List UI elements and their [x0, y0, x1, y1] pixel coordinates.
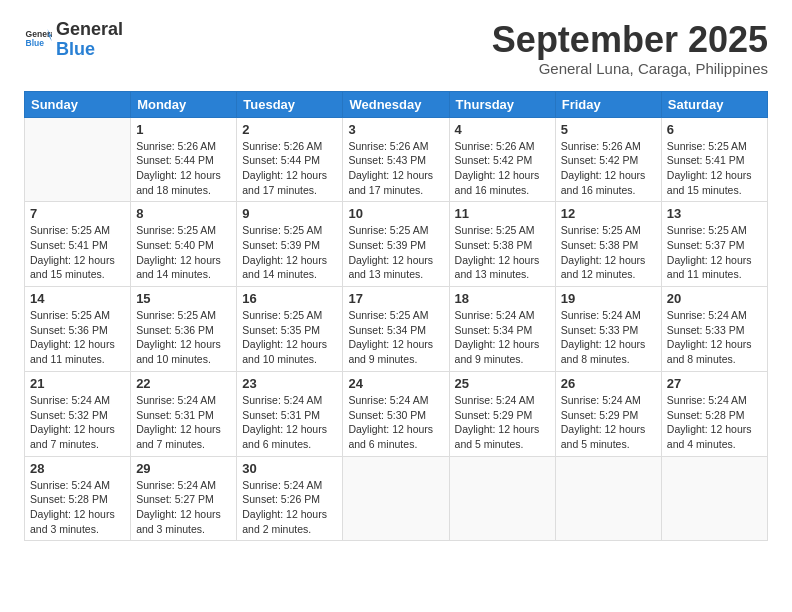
calendar-cell: 21Sunrise: 5:24 AM Sunset: 5:32 PM Dayli…	[25, 371, 131, 456]
calendar-cell: 10Sunrise: 5:25 AM Sunset: 5:39 PM Dayli…	[343, 202, 449, 287]
calendar-cell: 22Sunrise: 5:24 AM Sunset: 5:31 PM Dayli…	[131, 371, 237, 456]
day-number: 3	[348, 122, 443, 137]
day-info: Sunrise: 5:25 AM Sunset: 5:38 PM Dayligh…	[455, 223, 550, 282]
calendar-cell: 6Sunrise: 5:25 AM Sunset: 5:41 PM Daylig…	[661, 117, 767, 202]
day-info: Sunrise: 5:25 AM Sunset: 5:36 PM Dayligh…	[136, 308, 231, 367]
day-info: Sunrise: 5:24 AM Sunset: 5:30 PM Dayligh…	[348, 393, 443, 452]
calendar-table: SundayMondayTuesdayWednesdayThursdayFrid…	[24, 91, 768, 542]
day-info: Sunrise: 5:24 AM Sunset: 5:31 PM Dayligh…	[136, 393, 231, 452]
calendar-week-row: 14Sunrise: 5:25 AM Sunset: 5:36 PM Dayli…	[25, 287, 768, 372]
calendar-cell: 7Sunrise: 5:25 AM Sunset: 5:41 PM Daylig…	[25, 202, 131, 287]
calendar-cell: 8Sunrise: 5:25 AM Sunset: 5:40 PM Daylig…	[131, 202, 237, 287]
day-number: 12	[561, 206, 656, 221]
calendar-cell: 11Sunrise: 5:25 AM Sunset: 5:38 PM Dayli…	[449, 202, 555, 287]
day-number: 23	[242, 376, 337, 391]
day-info: Sunrise: 5:25 AM Sunset: 5:41 PM Dayligh…	[667, 139, 762, 198]
calendar-cell: 19Sunrise: 5:24 AM Sunset: 5:33 PM Dayli…	[555, 287, 661, 372]
day-number: 8	[136, 206, 231, 221]
calendar-cell: 27Sunrise: 5:24 AM Sunset: 5:28 PM Dayli…	[661, 371, 767, 456]
calendar-cell: 2Sunrise: 5:26 AM Sunset: 5:44 PM Daylig…	[237, 117, 343, 202]
calendar-cell: 4Sunrise: 5:26 AM Sunset: 5:42 PM Daylig…	[449, 117, 555, 202]
calendar-day-header: Monday	[131, 91, 237, 117]
day-info: Sunrise: 5:24 AM Sunset: 5:29 PM Dayligh…	[455, 393, 550, 452]
day-number: 9	[242, 206, 337, 221]
calendar-week-row: 28Sunrise: 5:24 AM Sunset: 5:28 PM Dayli…	[25, 456, 768, 541]
calendar-cell: 24Sunrise: 5:24 AM Sunset: 5:30 PM Dayli…	[343, 371, 449, 456]
calendar-week-row: 7Sunrise: 5:25 AM Sunset: 5:41 PM Daylig…	[25, 202, 768, 287]
day-info: Sunrise: 5:24 AM Sunset: 5:33 PM Dayligh…	[667, 308, 762, 367]
day-number: 18	[455, 291, 550, 306]
calendar-day-header: Tuesday	[237, 91, 343, 117]
day-info: Sunrise: 5:25 AM Sunset: 5:39 PM Dayligh…	[242, 223, 337, 282]
logo-blue-text: Blue	[56, 39, 95, 59]
day-number: 27	[667, 376, 762, 391]
calendar-day-header: Wednesday	[343, 91, 449, 117]
day-number: 14	[30, 291, 125, 306]
calendar-cell: 1Sunrise: 5:26 AM Sunset: 5:44 PM Daylig…	[131, 117, 237, 202]
day-info: Sunrise: 5:24 AM Sunset: 5:33 PM Dayligh…	[561, 308, 656, 367]
day-number: 5	[561, 122, 656, 137]
calendar-cell: 25Sunrise: 5:24 AM Sunset: 5:29 PM Dayli…	[449, 371, 555, 456]
day-info: Sunrise: 5:26 AM Sunset: 5:44 PM Dayligh…	[242, 139, 337, 198]
calendar-cell: 18Sunrise: 5:24 AM Sunset: 5:34 PM Dayli…	[449, 287, 555, 372]
day-info: Sunrise: 5:25 AM Sunset: 5:36 PM Dayligh…	[30, 308, 125, 367]
day-info: Sunrise: 5:25 AM Sunset: 5:38 PM Dayligh…	[561, 223, 656, 282]
calendar-day-header: Saturday	[661, 91, 767, 117]
calendar-cell: 13Sunrise: 5:25 AM Sunset: 5:37 PM Dayli…	[661, 202, 767, 287]
calendar-cell: 26Sunrise: 5:24 AM Sunset: 5:29 PM Dayli…	[555, 371, 661, 456]
day-info: Sunrise: 5:26 AM Sunset: 5:43 PM Dayligh…	[348, 139, 443, 198]
calendar-day-header: Sunday	[25, 91, 131, 117]
day-number: 24	[348, 376, 443, 391]
month-title: September 2025	[492, 20, 768, 60]
calendar-cell	[343, 456, 449, 541]
calendar-cell: 17Sunrise: 5:25 AM Sunset: 5:34 PM Dayli…	[343, 287, 449, 372]
day-number: 1	[136, 122, 231, 137]
calendar-week-row: 21Sunrise: 5:24 AM Sunset: 5:32 PM Dayli…	[25, 371, 768, 456]
day-number: 15	[136, 291, 231, 306]
calendar-cell: 16Sunrise: 5:25 AM Sunset: 5:35 PM Dayli…	[237, 287, 343, 372]
calendar-cell	[661, 456, 767, 541]
day-info: Sunrise: 5:24 AM Sunset: 5:28 PM Dayligh…	[667, 393, 762, 452]
calendar-cell	[449, 456, 555, 541]
day-info: Sunrise: 5:25 AM Sunset: 5:34 PM Dayligh…	[348, 308, 443, 367]
logo-icon: General Blue	[24, 26, 52, 54]
day-number: 21	[30, 376, 125, 391]
day-number: 13	[667, 206, 762, 221]
day-number: 17	[348, 291, 443, 306]
day-number: 19	[561, 291, 656, 306]
calendar-cell	[25, 117, 131, 202]
calendar-cell: 14Sunrise: 5:25 AM Sunset: 5:36 PM Dayli…	[25, 287, 131, 372]
calendar-cell: 9Sunrise: 5:25 AM Sunset: 5:39 PM Daylig…	[237, 202, 343, 287]
logo-general-text: General	[56, 19, 123, 39]
day-info: Sunrise: 5:25 AM Sunset: 5:40 PM Dayligh…	[136, 223, 231, 282]
day-info: Sunrise: 5:26 AM Sunset: 5:44 PM Dayligh…	[136, 139, 231, 198]
day-info: Sunrise: 5:24 AM Sunset: 5:26 PM Dayligh…	[242, 478, 337, 537]
calendar-cell: 29Sunrise: 5:24 AM Sunset: 5:27 PM Dayli…	[131, 456, 237, 541]
calendar-cell: 15Sunrise: 5:25 AM Sunset: 5:36 PM Dayli…	[131, 287, 237, 372]
day-number: 11	[455, 206, 550, 221]
day-number: 10	[348, 206, 443, 221]
calendar-day-header: Thursday	[449, 91, 555, 117]
calendar-cell: 23Sunrise: 5:24 AM Sunset: 5:31 PM Dayli…	[237, 371, 343, 456]
day-info: Sunrise: 5:24 AM Sunset: 5:34 PM Dayligh…	[455, 308, 550, 367]
calendar-day-header: Friday	[555, 91, 661, 117]
day-info: Sunrise: 5:24 AM Sunset: 5:31 PM Dayligh…	[242, 393, 337, 452]
day-number: 16	[242, 291, 337, 306]
day-info: Sunrise: 5:25 AM Sunset: 5:41 PM Dayligh…	[30, 223, 125, 282]
location-title: General Luna, Caraga, Philippines	[492, 60, 768, 77]
svg-text:Blue: Blue	[26, 38, 45, 48]
calendar-cell: 30Sunrise: 5:24 AM Sunset: 5:26 PM Dayli…	[237, 456, 343, 541]
day-info: Sunrise: 5:26 AM Sunset: 5:42 PM Dayligh…	[455, 139, 550, 198]
calendar-cell: 28Sunrise: 5:24 AM Sunset: 5:28 PM Dayli…	[25, 456, 131, 541]
day-number: 25	[455, 376, 550, 391]
day-info: Sunrise: 5:25 AM Sunset: 5:37 PM Dayligh…	[667, 223, 762, 282]
day-number: 7	[30, 206, 125, 221]
calendar-cell: 5Sunrise: 5:26 AM Sunset: 5:42 PM Daylig…	[555, 117, 661, 202]
day-number: 22	[136, 376, 231, 391]
day-number: 26	[561, 376, 656, 391]
calendar-cell: 20Sunrise: 5:24 AM Sunset: 5:33 PM Dayli…	[661, 287, 767, 372]
day-info: Sunrise: 5:25 AM Sunset: 5:39 PM Dayligh…	[348, 223, 443, 282]
title-block: September 2025 General Luna, Caraga, Phi…	[492, 20, 768, 77]
day-info: Sunrise: 5:26 AM Sunset: 5:42 PM Dayligh…	[561, 139, 656, 198]
day-number: 29	[136, 461, 231, 476]
